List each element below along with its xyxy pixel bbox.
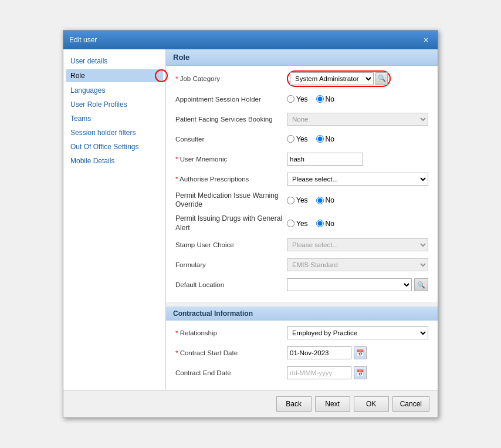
job-category-control: System Administrator GP Nurse Admin 🔍: [287, 70, 428, 87]
permit-drugs-label: Permit Issuing Drugs with General Alert: [175, 214, 287, 233]
default-location-search-button[interactable]: 🔍: [414, 278, 428, 291]
sidebar-item-out-of-office[interactable]: Out Of Office Settings: [63, 140, 165, 154]
job-category-search-button[interactable]: 🔍: [375, 72, 388, 85]
formulary-label: Formulary: [175, 261, 287, 268]
contract-start-date-label: Contract Start Date: [175, 349, 287, 356]
job-category-label: Job Category: [175, 75, 287, 82]
permit-drugs-row: Permit Issuing Drugs with General Alert …: [175, 214, 428, 233]
user-mnemonic-row: User Mnemonic: [175, 151, 428, 167]
role-circle-annotation: [155, 69, 168, 82]
relationship-row: Relationship Employed by Practice Partne…: [175, 325, 428, 341]
cancel-button[interactable]: Cancel: [392, 396, 429, 412]
relationship-select[interactable]: Employed by Practice Partner Self-employ…: [287, 326, 428, 339]
sidebar-item-teams[interactable]: Teams: [63, 112, 165, 126]
stamp-user-choice-row: Stamp User Choice Please select...: [175, 237, 428, 252]
sidebar-item-role[interactable]: Role: [66, 69, 163, 82]
sidebar-item-mobile-details[interactable]: Mobile Details: [63, 154, 165, 168]
ok-button[interactable]: OK: [354, 396, 389, 412]
formulary-control: EMIS Standard: [287, 258, 428, 271]
back-button[interactable]: Back: [276, 396, 312, 412]
sidebar-item-user-details[interactable]: User details: [63, 54, 165, 68]
role-section-header: Role: [166, 49, 438, 66]
permit-drugs-no-option[interactable]: No: [316, 220, 334, 228]
authorise-prescriptions-select[interactable]: Please select...: [287, 173, 428, 186]
title-bar: Edit user ×: [63, 31, 438, 49]
default-location-row: Default Location 🔍: [175, 277, 428, 292]
main-content: Role Job Category System Administrator G…: [166, 49, 438, 390]
permit-medication-no-option[interactable]: No: [316, 196, 334, 204]
contract-start-date-input[interactable]: [287, 346, 351, 359]
sidebar: User details Role Languages User Role Pr…: [63, 49, 166, 390]
default-location-label: Default Location: [175, 281, 287, 288]
consulter-control: Yes No: [287, 135, 428, 143]
permit-medication-yes-option[interactable]: Yes: [287, 196, 308, 204]
user-mnemonic-label: User Mnemonic: [175, 156, 287, 163]
job-category-select[interactable]: System Administrator GP Nurse Admin: [290, 72, 374, 85]
stamp-user-choice-label: Stamp User Choice: [175, 241, 287, 248]
patient-facing-services-select: None: [287, 113, 428, 126]
contract-end-date-calendar-button[interactable]: 📅: [354, 366, 367, 379]
appointment-session-holder-label: Appointment Session Holder: [175, 96, 287, 103]
contract-start-date-row: Contract Start Date 📅: [175, 345, 428, 361]
contract-start-date-calendar-button[interactable]: 📅: [354, 346, 367, 359]
consulter-row: Consulter Yes No: [175, 132, 428, 147]
role-form: Job Category System Administrator GP Nur…: [166, 66, 438, 302]
edit-user-dialog: Edit user × User details Role Languages …: [63, 30, 438, 418]
stamp-user-choice-select: Please select...: [287, 238, 428, 251]
appointment-session-holder-control: Yes No: [287, 95, 428, 103]
sidebar-item-session-holder-filters[interactable]: Session holder filters: [63, 126, 165, 140]
appointment-session-holder-row: Appointment Session Holder Yes No: [175, 92, 428, 107]
contract-end-date-row: Contract End Date 📅: [175, 365, 428, 380]
authorise-prescriptions-control: Please select...: [287, 173, 428, 186]
contract-start-date-control: 📅: [287, 346, 428, 359]
default-location-control: 🔍: [287, 278, 428, 291]
relationship-control: Employed by Practice Partner Self-employ…: [287, 326, 428, 339]
relationship-label: Relationship: [175, 329, 287, 336]
contract-end-date-control: 📅: [287, 366, 428, 379]
appointment-session-holder-no-option[interactable]: No: [316, 95, 334, 103]
consulter-no-option[interactable]: No: [316, 135, 334, 143]
authorise-prescriptions-label: Authorise Prescriptions: [175, 176, 287, 183]
default-location-select[interactable]: [287, 278, 412, 291]
sidebar-item-languages[interactable]: Languages: [63, 83, 165, 97]
dialog-title: Edit user: [69, 36, 97, 44]
patient-facing-services-row: Patient Facing Services Booking None: [175, 112, 428, 127]
job-category-row: Job Category System Administrator GP Nur…: [175, 70, 428, 87]
user-mnemonic-input[interactable]: [287, 153, 363, 166]
patient-facing-services-control: None: [287, 113, 428, 126]
patient-facing-services-label: Patient Facing Services Booking: [175, 116, 287, 123]
contractual-form: Relationship Employed by Practice Partne…: [166, 321, 438, 390]
permit-drugs-yes-option[interactable]: Yes: [287, 220, 308, 228]
sidebar-item-user-role-profiles[interactable]: User Role Profiles: [63, 97, 165, 112]
next-button[interactable]: Next: [315, 396, 350, 412]
contract-end-date-label: Contract End Date: [175, 369, 287, 376]
contract-end-date-input[interactable]: [287, 366, 351, 379]
permit-drugs-control: Yes No: [287, 220, 428, 228]
close-button[interactable]: ×: [420, 34, 432, 46]
consulter-yes-option[interactable]: Yes: [287, 135, 308, 143]
formulary-row: Formulary EMIS Standard: [175, 257, 428, 272]
job-category-annotation-ring: System Administrator GP Nurse Admin 🔍: [287, 70, 391, 87]
permit-medication-row: Permit Medication Issue Warning Override…: [175, 191, 428, 210]
consulter-label: Consulter: [175, 136, 287, 143]
stamp-user-choice-control: Please select...: [287, 238, 428, 251]
permit-medication-label: Permit Medication Issue Warning Override: [175, 191, 287, 210]
formulary-select: EMIS Standard: [287, 258, 428, 271]
permit-medication-control: Yes No: [287, 196, 428, 204]
appointment-session-holder-yes-option[interactable]: Yes: [287, 95, 308, 103]
dialog-body: User details Role Languages User Role Pr…: [63, 49, 438, 390]
dialog-footer: Back Next OK Cancel: [63, 390, 438, 417]
user-mnemonic-control: [287, 153, 428, 166]
contractual-info-header: Contractual Information: [166, 306, 438, 321]
authorise-prescriptions-row: Authorise Prescriptions Please select...: [175, 171, 428, 187]
